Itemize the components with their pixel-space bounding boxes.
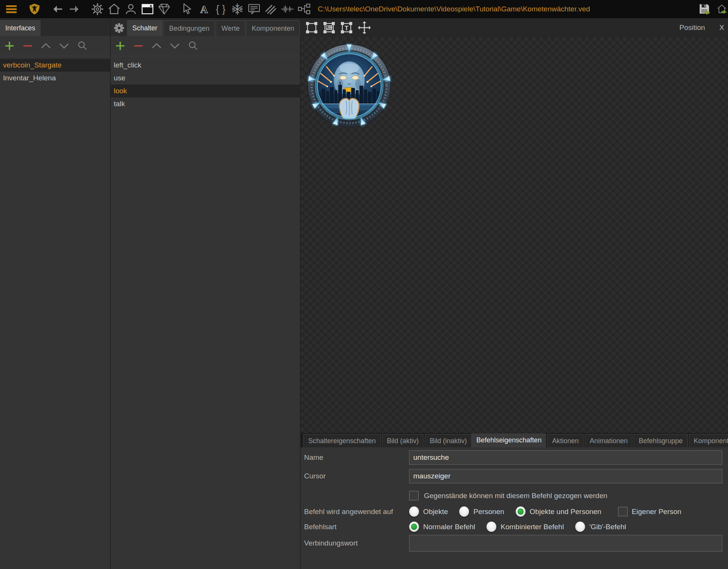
tab-bild-aktiv[interactable]: Bild (aktiv) <box>382 434 424 447</box>
switches-list: left_click use look talk <box>111 56 300 569</box>
tab-aktionen[interactable]: Aktionen <box>547 434 584 447</box>
menu-icon[interactable] <box>5 2 18 16</box>
list-item-label: talk <box>114 100 125 108</box>
settings-icon[interactable] <box>91 2 104 16</box>
tab-label: Schalter <box>132 24 157 32</box>
interfaces-panel: Interfaces verbcoin_Stargate Inventar_He… <box>0 18 111 569</box>
back-icon[interactable] <box>51 2 64 16</box>
tab-interfaces-label: Interfaces <box>5 24 35 32</box>
tab-bedingungen[interactable]: Bedingungen <box>163 20 215 36</box>
panel-settings-button[interactable] <box>111 20 127 36</box>
cursor-input[interactable] <box>409 469 722 483</box>
visionaire-logo-icon[interactable] <box>28 2 41 16</box>
x-coordinate-label: X <box>719 24 724 32</box>
own-person-label: Eigener Person <box>632 508 681 516</box>
tab-label: Befehlsgruppe <box>639 437 682 445</box>
radio-circle[interactable] <box>486 522 496 532</box>
tab-label: Komponenten <box>252 25 294 33</box>
applies-to-label: Befehl wird angewendet auf <box>304 508 409 516</box>
move-up-button[interactable] <box>152 41 162 51</box>
tab-komponenten[interactable]: Komponenten <box>246 20 300 36</box>
radio-circle[interactable] <box>409 522 419 532</box>
cursor-icon[interactable] <box>181 2 194 16</box>
search-button[interactable] <box>77 41 87 51</box>
move-up-button[interactable] <box>41 41 51 51</box>
list-item-switch[interactable]: talk <box>111 97 300 110</box>
audio-icon[interactable] <box>281 2 294 16</box>
font-icon[interactable]: A <box>198 2 210 16</box>
radio-label: Kombinierter Befehl <box>500 523 564 531</box>
canvas-viewport[interactable] <box>301 37 728 433</box>
list-item-switch[interactable]: left_click <box>111 59 300 72</box>
home-icon[interactable] <box>108 2 121 16</box>
search-button[interactable] <box>188 41 198 51</box>
connector-word-input[interactable] <box>409 535 722 552</box>
select-area-tool[interactable] <box>305 21 318 34</box>
switches-panel: Schalter Bedingungen Werte Komponenten l… <box>111 18 301 569</box>
draggable-checkbox[interactable] <box>409 491 419 500</box>
radio-personen[interactable]: Personen <box>459 506 504 517</box>
move-down-button[interactable] <box>170 41 180 51</box>
tab-animationen[interactable]: Animationen <box>585 434 632 447</box>
text-area-tool[interactable]: T <box>340 21 353 34</box>
position-label: Position <box>679 24 705 32</box>
svg-text:T: T <box>345 25 349 32</box>
list-item-label: Inventar_Helena <box>3 74 56 82</box>
radio-circle[interactable] <box>409 506 419 517</box>
main-area: Interfaces verbcoin_Stargate Inventar_He… <box>0 18 728 569</box>
window-icon[interactable] <box>141 2 154 16</box>
script-braces-icon[interactable]: { } <box>214 2 227 16</box>
radio-objekte-und-personen[interactable]: Objekte und Personen <box>516 506 601 517</box>
move-down-button[interactable] <box>59 41 69 51</box>
gem-icon[interactable] <box>158 2 171 16</box>
tab-label: Bedingungen <box>169 25 209 33</box>
tab-label: Befehlseigenschaften <box>476 436 541 444</box>
user-icon[interactable] <box>124 2 137 16</box>
tab-komponenten[interactable]: Komponenten <box>689 434 728 447</box>
move-tool[interactable] <box>358 21 371 34</box>
tab-werte[interactable]: Werte <box>216 20 245 36</box>
widget-area-tool[interactable] <box>323 21 336 34</box>
own-person-option[interactable]: Eigener Person <box>618 507 681 516</box>
particles-icon[interactable] <box>231 2 244 16</box>
tab-schaltereigenschaften[interactable]: Schaltereigenschaften <box>303 434 381 447</box>
command-properties-form: Name Cursor Gegenstände können mit diese… <box>301 447 728 569</box>
canvas-toolbar: T Position X <box>301 18 728 37</box>
shader-icon[interactable] <box>264 2 277 16</box>
name-input[interactable] <box>409 450 722 465</box>
verbcoin-image[interactable] <box>307 43 392 128</box>
svg-text:A: A <box>200 3 208 15</box>
radio-label: Normaler Befehl <box>423 523 475 531</box>
radio-normaler-befehl[interactable]: Normaler Befehl <box>409 522 475 532</box>
radio-objekte[interactable]: Objekte <box>409 506 448 517</box>
radio-circle[interactable] <box>459 506 469 517</box>
add-interface-button[interactable] <box>5 41 14 51</box>
radio-circle[interactable] <box>575 522 585 532</box>
tab-label: Bild (inaktiv) <box>430 437 467 445</box>
radio-circle[interactable] <box>516 506 526 517</box>
remove-interface-button[interactable] <box>23 41 33 51</box>
forward-icon[interactable] <box>68 2 81 16</box>
tab-schalter[interactable]: Schalter <box>127 20 163 36</box>
switches-panel-header: Schalter Bedingungen Werte Komponenten <box>111 18 300 36</box>
list-item-switch[interactable]: use <box>111 72 300 85</box>
dialog-icon[interactable] <box>248 2 260 16</box>
export-icon[interactable] <box>717 2 728 16</box>
tab-bild-inaktiv[interactable]: Bild (inaktiv) <box>425 434 472 447</box>
tab-interfaces[interactable]: Interfaces <box>0 20 41 36</box>
radio-gib-befehl[interactable]: 'Gib'-Befehl <box>575 522 626 532</box>
tab-befehlsgruppe[interactable]: Befehlsgruppe <box>634 434 687 447</box>
list-item-interface[interactable]: Inventar_Helena <box>0 72 110 85</box>
radio-kombinierter-befehl[interactable]: Kombinierter Befehl <box>486 522 564 532</box>
editor-column: T Position X <box>301 18 728 569</box>
remove-switch-button[interactable] <box>133 41 143 51</box>
tab-befehlseigenschaften[interactable]: Befehlseigenschaften <box>472 433 546 447</box>
tab-label: Animationen <box>590 437 628 445</box>
list-item-interface[interactable]: verbcoin_Stargate <box>0 59 110 72</box>
save-icon[interactable] <box>698 2 711 16</box>
draggable-label: Gegenstände können mit diesem Befehl gez… <box>424 492 607 500</box>
add-switch-button[interactable] <box>115 41 125 51</box>
list-item-switch[interactable]: look <box>111 85 300 97</box>
own-person-checkbox[interactable] <box>618 507 628 516</box>
node-graph-icon[interactable] <box>298 2 311 16</box>
